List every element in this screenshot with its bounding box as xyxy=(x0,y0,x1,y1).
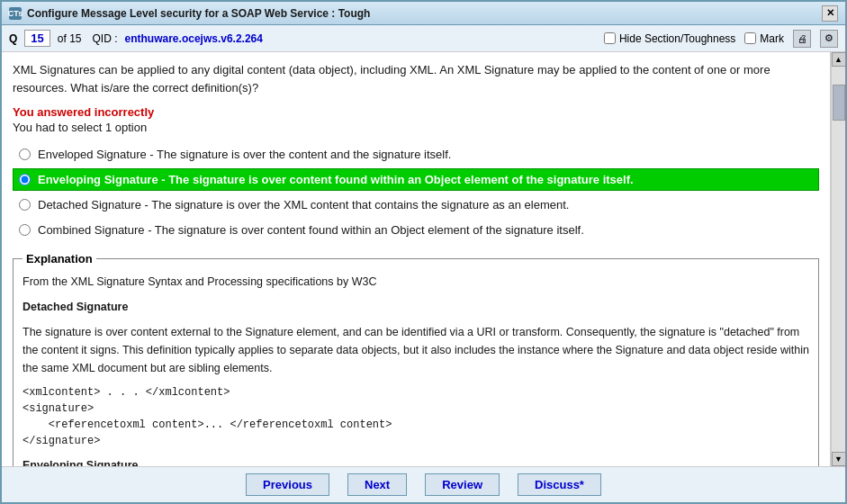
scroll-thumb[interactable] xyxy=(833,85,845,121)
hide-section-label: Hide Section/Toughness xyxy=(619,32,735,45)
main-content: XML Signatures can be applied to any dig… xyxy=(2,52,831,466)
title-bar-left: CTs Configure Message Level security for… xyxy=(9,7,370,20)
scroll-up-arrow[interactable]: ▲ xyxy=(832,52,846,67)
q-label: Q xyxy=(9,32,17,45)
toolbar: Q 15 of 15 QID : enthuware.ocejws.v6.2.2… xyxy=(2,25,845,52)
option-text-4: Combined Signature - The signature is ov… xyxy=(38,223,584,237)
settings-button[interactable]: ⚙ xyxy=(820,30,838,48)
scrollbar[interactable]: ▲ ▼ xyxy=(831,52,845,466)
app-icon: CTs xyxy=(9,7,22,20)
explanation-content: From the XML Signature Syntax and Proces… xyxy=(23,273,809,466)
print-button[interactable]: 🖨 xyxy=(793,30,811,48)
option-text-1: Enveloped Signature - The signature is o… xyxy=(38,148,451,161)
title-bar: CTs Configure Message Level security for… xyxy=(2,2,845,25)
review-button[interactable]: Review xyxy=(425,473,500,496)
enveloping-heading: Enveloping Signature xyxy=(23,456,809,466)
qid-label: QID : xyxy=(93,32,118,45)
option-text-2: Enveloping Signature - The signature is … xyxy=(38,173,634,186)
window-title: Configure Message Level security for a S… xyxy=(27,7,370,20)
option-radio-4[interactable] xyxy=(19,224,31,236)
main-window: CTs Configure Message Level security for… xyxy=(0,0,847,504)
detached-text: The signature is over content external t… xyxy=(23,323,809,377)
explanation-section: Explanation From the XML Signature Synta… xyxy=(13,252,819,466)
option-row-2[interactable]: Enveloping Signature - The signature is … xyxy=(13,168,819,191)
close-button[interactable]: ✕ xyxy=(822,5,838,22)
option-row-3[interactable]: Detached Signature - The signature is ov… xyxy=(13,194,819,216)
explanation-source: From the XML Signature Syntax and Proces… xyxy=(23,273,809,291)
options-list: Enveloped Signature - The signature is o… xyxy=(13,143,819,241)
explanation-title: Explanation xyxy=(23,252,96,266)
toolbar-right: Hide Section/Toughness Mark 🖨 ⚙ xyxy=(604,30,838,48)
select-message: You had to select 1 option xyxy=(13,121,819,134)
option-row-4[interactable]: Combined Signature - The signature is ov… xyxy=(13,219,819,241)
option-row-1[interactable]: Enveloped Signature - The signature is o… xyxy=(13,143,819,166)
scroll-track[interactable] xyxy=(832,67,845,452)
question-of: of 15 xyxy=(58,32,82,45)
code-block: <xmlcontent> . . . </xmlcontent> <signat… xyxy=(23,384,809,449)
detached-heading: Detached Signature xyxy=(23,298,809,316)
option-radio-1[interactable] xyxy=(19,148,31,160)
next-button[interactable]: Next xyxy=(347,473,407,496)
qid-value: enthuware.ocejws.v6.2.264 xyxy=(125,32,263,45)
footer: Previous Next Review Discuss* xyxy=(2,466,845,502)
question-number: 15 xyxy=(24,30,50,47)
previous-button[interactable]: Previous xyxy=(246,473,329,496)
mark-group: Mark xyxy=(744,32,784,45)
incorrect-message: You answered incorrectly xyxy=(13,105,819,119)
option-radio-2[interactable] xyxy=(19,174,31,185)
option-text-3: Detached Signature - The signature is ov… xyxy=(38,198,569,212)
scroll-down-arrow[interactable]: ▼ xyxy=(832,452,846,466)
question-text: XML Signatures can be applied to any dig… xyxy=(13,61,819,96)
mark-checkbox[interactable] xyxy=(744,32,756,44)
content-area: XML Signatures can be applied to any dig… xyxy=(2,52,845,466)
mark-label: Mark xyxy=(760,32,784,45)
option-radio-3[interactable] xyxy=(19,199,31,211)
hide-section-checkbox[interactable] xyxy=(604,32,616,44)
discuss-button[interactable]: Discuss* xyxy=(518,473,601,496)
hide-section-group: Hide Section/Toughness xyxy=(604,32,735,45)
